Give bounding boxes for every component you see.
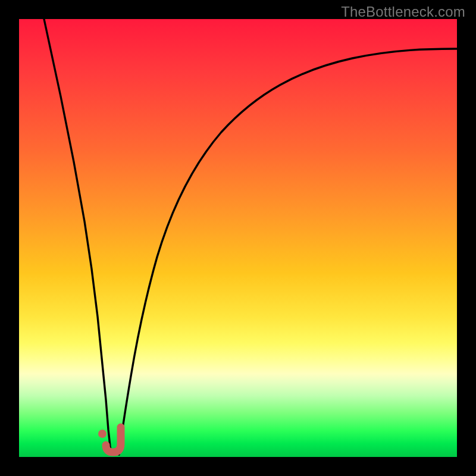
svg-point-0: [98, 430, 107, 438]
plot-area: [19, 19, 457, 457]
curve-right: [119, 49, 457, 455]
watermark-text: TheBottleneck.com: [341, 4, 465, 20]
chart-frame: TheBottleneck.com: [0, 0, 476, 476]
curve-layer: [19, 19, 457, 457]
curve-left: [44, 19, 111, 455]
